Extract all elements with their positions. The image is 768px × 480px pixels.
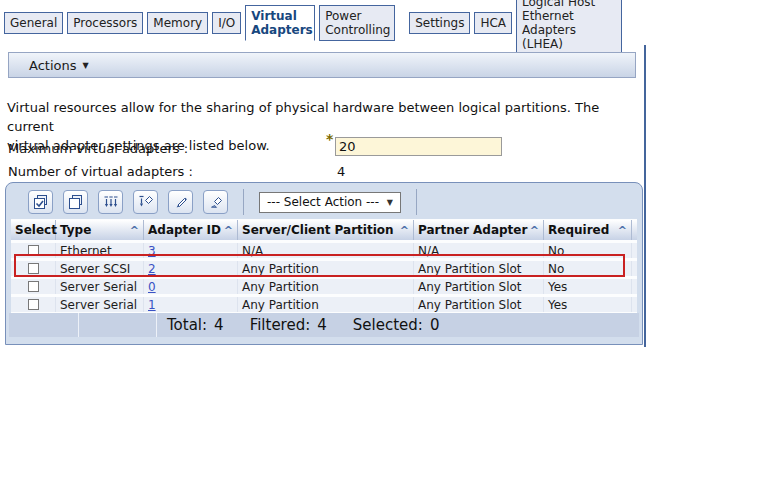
toolbar-separator — [416, 189, 417, 215]
adapter-id-link[interactable]: 2 — [148, 262, 156, 276]
deselect-all-button[interactable] — [63, 190, 88, 214]
table-row: Server Serial 0 Any Partition Any Partit… — [11, 279, 637, 294]
column-header-partner-adapter[interactable]: Partner Adapter ^ — [414, 220, 544, 240]
cell-partner-adapter: Any Partition Slot — [414, 297, 544, 312]
required-field-marker: * — [326, 131, 333, 147]
cell-server-client-partition: Any Partition — [238, 261, 414, 276]
column-header-server-client-partition[interactable]: Server/Client Partition ^ — [238, 220, 414, 240]
adapter-id-link[interactable]: 1 — [148, 298, 156, 312]
selected-label: Selected: — [353, 316, 423, 334]
number-virtual-adapters-label: Number of virtual adapters : — [8, 164, 193, 179]
select-action-label: --- Select Action --- — [267, 195, 379, 209]
cell-type: Server Serial — [56, 279, 144, 294]
tab-power-controlling[interactable]: Power Controlling — [319, 5, 395, 41]
tab-virtual-adapters[interactable]: Virtual Adapters — [245, 5, 315, 41]
cell-partner-adapter: N/A — [414, 243, 544, 258]
actions-label: Actions — [29, 58, 77, 73]
cell-partner-adapter: Any Partition Slot — [414, 261, 544, 276]
clear-all-filters-icon — [138, 194, 154, 210]
tab-settings[interactable]: Settings — [409, 12, 470, 34]
footer-summary: Total: 4 Filtered: 4 Selected: 0 — [167, 316, 439, 334]
clear-all-sorts-button[interactable] — [203, 190, 228, 214]
table-toolbar: --- Select Action --- ▼ — [28, 188, 642, 216]
edit-sort-button[interactable] — [168, 190, 193, 214]
sort-ascending-icon: ^ — [530, 224, 543, 237]
cell-adapter-id: 3 — [144, 243, 238, 258]
cell-type: Ethernet — [56, 243, 144, 258]
sort-ascending-icon: ^ — [400, 224, 413, 237]
sort-ascending-icon: ^ — [618, 224, 631, 237]
cell-type: Server Serial — [56, 297, 144, 312]
table-row: Ethernet 3 N/A N/A No — [11, 243, 637, 258]
cell-server-client-partition: N/A — [238, 243, 414, 258]
tab-processors[interactable]: Processors — [67, 12, 143, 34]
cell-required: Yes — [544, 279, 632, 294]
total-value: 4 — [214, 316, 224, 334]
chevron-down-icon: ▼ — [387, 198, 393, 207]
adapter-id-link[interactable]: 0 — [148, 280, 156, 294]
show-filter-row-icon — [103, 194, 119, 210]
show-filter-row-button[interactable] — [98, 190, 123, 214]
cell-server-client-partition: Any Partition — [238, 297, 414, 312]
selected-value: 0 — [430, 316, 440, 334]
footer-cell — [79, 313, 157, 337]
tab-general[interactable]: General — [4, 12, 63, 34]
deselect-all-icon — [68, 194, 84, 210]
row-checkbox[interactable] — [28, 263, 39, 274]
number-virtual-adapters-value: 4 — [337, 164, 345, 179]
edit-sort-icon — [173, 194, 189, 210]
cell-server-client-partition: Any Partition — [238, 279, 414, 294]
row-checkbox[interactable] — [28, 299, 39, 310]
cell-required: No — [544, 243, 632, 258]
max-virtual-adapters-input[interactable] — [335, 137, 502, 156]
clear-all-filters-button[interactable] — [133, 190, 158, 214]
select-all-button[interactable] — [28, 190, 53, 214]
tab-lhea[interactable]: Logical Host Ethernet Adapters (LHEA) — [516, 0, 622, 55]
column-header-select[interactable]: Select — [11, 220, 56, 240]
footer-cell — [9, 313, 79, 337]
sort-ascending-icon: ^ — [224, 224, 237, 237]
sort-ascending-icon: ^ — [130, 224, 143, 237]
toolbar-separator — [243, 189, 244, 215]
table-header-row: Select Type ^ Adapter ID ^ Server/Client… — [11, 220, 637, 240]
cell-adapter-id: 0 — [144, 279, 238, 294]
cell-partner-adapter: Any Partition Slot — [414, 279, 544, 294]
select-all-icon — [33, 194, 49, 210]
cell-required: Yes — [544, 297, 632, 312]
clear-all-sorts-icon — [208, 194, 224, 210]
tab-memory[interactable]: Memory — [147, 12, 208, 34]
column-header-required[interactable]: Required ^ — [544, 220, 632, 240]
tab-hca[interactable]: HCA — [474, 12, 512, 34]
tab-io[interactable]: I/O — [212, 12, 241, 34]
cell-type: Server SCSI — [56, 261, 144, 276]
cell-required: No — [544, 261, 632, 276]
cell-adapter-id: 2 — [144, 261, 238, 276]
column-header-adapter-id[interactable]: Adapter ID ^ — [144, 220, 238, 240]
table-row: Server Serial 1 Any Partition Any Partit… — [11, 297, 637, 312]
select-action-dropdown[interactable]: --- Select Action --- ▼ — [259, 192, 401, 213]
cell-adapter-id: 1 — [144, 297, 238, 312]
row-checkbox[interactable] — [28, 245, 39, 256]
adapters-table: Select Type ^ Adapter ID ^ Server/Client… — [11, 219, 637, 313]
adapters-table-panel: --- Select Action --- ▼ Select Type ^ Ad… — [5, 182, 643, 345]
tab-strip: General Processors Memory I/O Virtual Ad… — [4, 0, 622, 46]
actions-menu-button[interactable]: Actions ▼ — [8, 52, 636, 78]
table-row-highlighted: Server SCSI 2 Any Partition Any Partitio… — [11, 261, 637, 276]
column-header-filler — [632, 220, 637, 240]
column-header-type[interactable]: Type ^ — [56, 220, 144, 240]
filtered-label: Filtered: — [250, 316, 311, 334]
max-virtual-adapters-label: Maximum virtual adapters : — [8, 141, 188, 156]
adapter-id-link[interactable]: 3 — [148, 244, 156, 258]
virtual-adapters-page: General Processors Memory I/O Virtual Ad… — [0, 0, 768, 480]
panel-right-border — [644, 45, 646, 347]
total-label: Total: — [167, 316, 207, 334]
chevron-down-icon: ▼ — [83, 61, 89, 70]
row-checkbox[interactable] — [28, 281, 39, 292]
table-footer: Total: 4 Filtered: 4 Selected: 0 — [9, 313, 639, 337]
filtered-value: 4 — [317, 316, 327, 334]
